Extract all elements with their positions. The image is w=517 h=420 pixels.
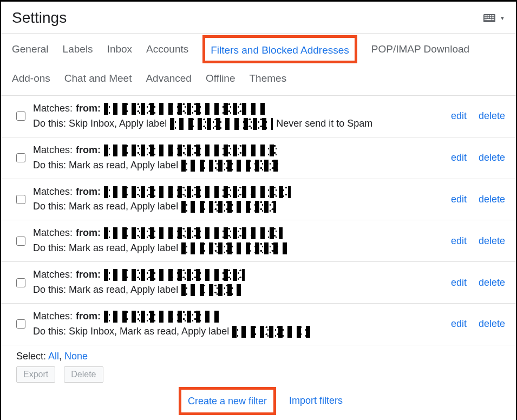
redacted-content xyxy=(104,186,291,198)
filter-body: Matches: from:Do this: Mark as read, App… xyxy=(33,143,443,173)
filter-row: Matches: from:Do this: Mark as read, App… xyxy=(1,179,516,220)
select-none-link[interactable]: None xyxy=(64,351,88,362)
delete-link[interactable]: delete xyxy=(479,110,505,122)
svg-rect-7 xyxy=(485,17,486,18)
svg-rect-11 xyxy=(492,17,493,18)
matches-label: Matches: xyxy=(33,267,73,283)
tab-advanced[interactable]: Advanced xyxy=(146,63,192,92)
filter-checkbox[interactable] xyxy=(16,111,25,121)
from-label: from: xyxy=(76,185,101,200)
filter-checkbox[interactable] xyxy=(16,237,25,246)
svg-rect-10 xyxy=(490,17,491,18)
redacted-content xyxy=(181,242,287,254)
select-all-link[interactable]: All xyxy=(48,351,59,362)
filter-row: Matches: from:Do this: Skip Inbox, Mark … xyxy=(1,303,516,345)
svg-rect-15 xyxy=(492,19,493,20)
redacted-content xyxy=(181,284,241,296)
tab-labels[interactable]: Labels xyxy=(63,34,93,63)
do-this-label: Do this: Skip Inbox, Apply label xyxy=(33,116,167,132)
do-this-label: Do this: Mark as read, Apply label xyxy=(33,158,178,173)
do-this-label: Do this: Mark as read, Apply label xyxy=(33,199,178,214)
svg-rect-8 xyxy=(486,17,487,18)
page-title: Settings xyxy=(12,9,67,27)
edit-link[interactable]: edit xyxy=(451,318,467,330)
redacted-content xyxy=(181,160,282,172)
from-label: from: xyxy=(76,226,101,241)
filter-checkbox[interactable] xyxy=(16,319,25,329)
matches-label: Matches: xyxy=(33,226,73,241)
redacted-content xyxy=(104,227,283,239)
filter-body: Matches: from:Do this: Mark as read, App… xyxy=(33,267,443,298)
redacted-content xyxy=(232,326,311,338)
svg-rect-3 xyxy=(488,15,489,16)
edit-link[interactable]: edit xyxy=(451,110,467,122)
redacted-content xyxy=(104,311,220,323)
create-filter-link[interactable]: Create a new filter xyxy=(188,396,267,406)
comma: , xyxy=(59,351,62,362)
redacted-content xyxy=(181,201,276,213)
svg-rect-12 xyxy=(493,17,494,18)
filter-row: Matches: from:Do this: Mark as read, App… xyxy=(1,220,516,261)
redacted-content xyxy=(104,103,266,115)
from-label: from: xyxy=(76,267,101,283)
edit-link[interactable]: edit xyxy=(451,152,467,163)
svg-rect-6 xyxy=(493,15,494,16)
input-tools-selector[interactable]: ▼ xyxy=(483,14,505,22)
delete-link[interactable]: delete xyxy=(479,318,505,330)
matches-label: Matches: xyxy=(33,143,73,158)
filter-list: Matches: from:Do this: Skip Inbox, Apply… xyxy=(1,95,516,345)
filter-checkbox[interactable] xyxy=(16,153,25,162)
do-this-label: Do this: Mark as read, Apply label xyxy=(33,241,178,256)
tab-themes[interactable]: Themes xyxy=(250,63,287,92)
from-label: from: xyxy=(76,101,101,116)
svg-rect-4 xyxy=(490,15,491,16)
edit-link[interactable]: edit xyxy=(451,194,467,205)
edit-link[interactable]: edit xyxy=(451,235,467,247)
import-filters-link[interactable]: Import filters xyxy=(289,395,343,406)
matches-label: Matches: xyxy=(33,309,73,324)
do-this-label: Do this: Skip Inbox, Mark as read, Apply… xyxy=(33,324,229,339)
keyboard-icon xyxy=(483,14,495,22)
tab-inbox[interactable]: Inbox xyxy=(107,34,132,63)
delete-link[interactable]: delete xyxy=(479,152,505,163)
redacted-content xyxy=(104,145,277,156)
filter-row: Matches: from:Do this: Skip Inbox, Apply… xyxy=(1,96,516,137)
svg-rect-14 xyxy=(486,19,491,20)
delete-link[interactable]: delete xyxy=(479,235,505,247)
chevron-down-icon: ▼ xyxy=(500,15,505,21)
tab-general[interactable]: General xyxy=(12,34,49,63)
delete-button[interactable]: Delete xyxy=(64,366,103,383)
export-button[interactable]: Export xyxy=(16,366,55,383)
matches-label: Matches: xyxy=(33,101,73,116)
tab-filters-blocked[interactable]: Filters and Blocked Addresses xyxy=(202,35,357,63)
svg-rect-9 xyxy=(488,17,489,18)
tab-chat-meet[interactable]: Chat and Meet xyxy=(64,63,132,92)
filter-row: Matches: from:Do this: Mark as read, App… xyxy=(1,137,516,179)
delete-link[interactable]: delete xyxy=(479,277,505,288)
filter-body: Matches: from:Do this: Skip Inbox, Apply… xyxy=(33,101,443,132)
filter-checkbox[interactable] xyxy=(16,278,25,287)
tab-accounts[interactable]: Accounts xyxy=(146,34,188,63)
delete-link[interactable]: delete xyxy=(479,194,505,205)
settings-tabs: General Labels Inbox Accounts Filters an… xyxy=(12,34,505,92)
tab-offline[interactable]: Offline xyxy=(206,63,235,92)
tab-addons[interactable]: Add-ons xyxy=(12,63,50,92)
svg-rect-13 xyxy=(485,19,486,20)
filter-body: Matches: from:Do this: Mark as read, App… xyxy=(33,185,443,215)
edit-link[interactable]: edit xyxy=(451,277,467,288)
svg-rect-5 xyxy=(492,15,493,16)
svg-rect-16 xyxy=(493,19,494,20)
action-suffix: Never send it to Spam xyxy=(276,116,372,132)
svg-rect-2 xyxy=(486,15,487,16)
filter-checkbox[interactable] xyxy=(16,195,25,204)
svg-rect-1 xyxy=(485,15,486,16)
redacted-content xyxy=(170,118,273,130)
redacted-content xyxy=(104,269,245,281)
filter-body: Matches: from:Do this: Skip Inbox, Mark … xyxy=(33,309,443,339)
do-this-label: Do this: Mark as read, Apply label xyxy=(33,283,178,298)
from-label: from: xyxy=(76,143,101,158)
select-line: Select: All, None xyxy=(16,351,505,362)
tab-pop-imap[interactable]: POP/IMAP Download xyxy=(371,34,469,63)
filter-body: Matches: from:Do this: Mark as read, App… xyxy=(33,226,443,256)
matches-label: Matches: xyxy=(33,185,73,200)
